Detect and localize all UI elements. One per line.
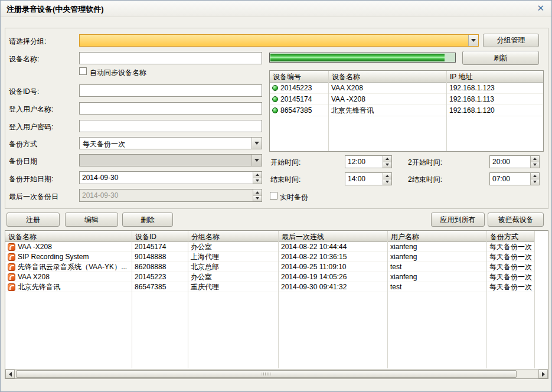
table-row[interactable]: 先锋音讯云录音系统（VAA-YK）... [5, 262, 132, 272]
login-password-label: 登入用户密码: [9, 122, 53, 132]
edit-button[interactable]: 编辑 [65, 213, 118, 227]
close-icon[interactable]: ✕ [537, 4, 544, 13]
dev-header-last-seen[interactable]: 最后一次连线 [279, 231, 387, 242]
table-row[interactable]: 每天备份一次 [487, 282, 534, 292]
device-id-input[interactable] [79, 84, 262, 97]
start-time2-field[interactable] [489, 155, 540, 168]
end-time-input[interactable] [345, 173, 382, 185]
auto-sync-checkbox[interactable] [79, 67, 87, 75]
table-row[interactable]: 192.168.1.123 [447, 83, 543, 94]
delete-button[interactable]: 删除 [122, 213, 173, 227]
spin-down-icon[interactable] [531, 162, 539, 168]
chevron-down-icon[interactable] [468, 35, 478, 46]
group-select[interactable] [79, 34, 479, 47]
table-row[interactable]: 上海代理 [188, 252, 278, 262]
table-row[interactable]: 北京先锋音讯 [5, 282, 132, 292]
table-row[interactable]: 2014-09-19 14:05:26 [279, 272, 387, 282]
end-time-field[interactable] [345, 172, 392, 185]
dev-header-name[interactable]: 设备名称 [5, 231, 132, 242]
device-name-input[interactable] [79, 52, 262, 64]
scroll-right-icon[interactable] [538, 370, 548, 378]
table-row[interactable]: 每天备份一次 [487, 262, 534, 272]
login-password-input[interactable] [79, 120, 262, 132]
dev-header-user[interactable]: 用户名称 [388, 231, 486, 242]
dev-name: SIP Recording System [18, 253, 89, 261]
table-row[interactable]: 86547385 [132, 282, 188, 292]
dev-last-seen: 2014-09-19 14:05:26 [281, 273, 347, 281]
table-row[interactable]: 20145223 [270, 83, 328, 94]
table-row[interactable]: VAA -X208 [5, 242, 132, 252]
table-row[interactable]: 192.168.1.120 [447, 105, 543, 116]
realtime-backup-checkbox[interactable] [270, 192, 277, 200]
table-row[interactable]: 2014-08-22 10:44:44 [279, 242, 387, 252]
table-row[interactable]: 20145174 [132, 242, 188, 252]
spin-down-icon[interactable] [383, 179, 391, 185]
table-row[interactable]: 86208888 [132, 262, 188, 272]
table-row[interactable]: 每天备份一次 [487, 272, 534, 282]
scrollbar-thumb[interactable] [16, 370, 517, 378]
table-row[interactable]: xianfeng [388, 242, 486, 252]
scan-header-ip[interactable]: IP 地址 [447, 71, 543, 83]
table-row[interactable]: 办公室 [188, 242, 278, 252]
table-row[interactable]: 北京总部 [188, 262, 278, 272]
table-row[interactable]: 90148888 [132, 252, 188, 262]
blocked-devices-button[interactable]: 被拦截设备 [488, 213, 544, 227]
scan-header-device-id[interactable]: 设备编号 [270, 71, 328, 83]
table-row[interactable]: 192.168.1.113 [447, 94, 543, 105]
table-row[interactable]: 86547385 [270, 105, 328, 116]
table-row[interactable]: 每天备份一次 [487, 252, 534, 262]
scan-header-device-name[interactable]: 设备名称 [329, 71, 446, 83]
table-row[interactable]: xianfeng [388, 272, 486, 282]
dev-last-seen: 2014-08-22 10:36:15 [281, 253, 347, 261]
table-row[interactable]: 每天备份一次 [487, 242, 534, 252]
spin-up-icon[interactable] [531, 156, 539, 162]
table-row[interactable]: VAA X208 [5, 272, 132, 282]
end-time2-field[interactable] [489, 172, 540, 185]
table-row[interactable]: VAA -X208 [329, 94, 446, 105]
backup-start-input[interactable] [80, 172, 252, 184]
table-row[interactable]: 20145174 [270, 94, 328, 105]
start-time2-input[interactable] [490, 156, 530, 168]
dev-id: 90148888 [135, 253, 166, 261]
spin-up-icon[interactable] [383, 173, 391, 179]
start-time-field[interactable] [345, 155, 392, 168]
spin-down-icon[interactable] [253, 178, 262, 184]
scroll-left-glyph [9, 372, 12, 377]
table-row[interactable]: VAA X208 [329, 83, 446, 94]
login-user-input[interactable] [79, 102, 262, 115]
dev-user: xianfeng [390, 243, 417, 251]
table-row[interactable]: SIP Recording System [5, 252, 132, 262]
scroll-left-icon[interactable] [5, 370, 15, 378]
table-row[interactable]: 2014-08-22 10:36:15 [279, 252, 387, 262]
dev-header-group[interactable]: 分组名称 [188, 231, 278, 242]
backup-mode-select[interactable]: 每天备份一次 [79, 137, 262, 149]
spin-down-icon[interactable] [531, 179, 539, 185]
spin-down-icon[interactable] [383, 162, 391, 168]
register-button[interactable]: 注册 [6, 213, 60, 227]
horizontal-scrollbar[interactable] [5, 369, 548, 378]
scan-device-ip: 192.168.1.123 [449, 84, 495, 92]
table-row[interactable]: 重庆代理 [188, 282, 278, 292]
spin-up-icon[interactable] [383, 156, 391, 162]
table-row[interactable]: 北京先锋音讯 [329, 105, 446, 116]
dev-header-mode[interactable]: 备份方式 [487, 231, 534, 242]
dev-header-id[interactable]: 设备ID [132, 231, 188, 242]
spin-up-icon[interactable] [253, 172, 262, 178]
table-row[interactable]: test [388, 282, 486, 292]
table-row[interactable]: 2014-09-30 09:41:32 [279, 282, 387, 292]
apply-all-button[interactable]: 应用到所有 [431, 213, 485, 227]
scan-device-id: 86547385 [280, 106, 312, 115]
end-time2-input[interactable] [490, 173, 530, 185]
chevron-down-icon[interactable] [251, 138, 262, 149]
backup-start-field[interactable] [79, 171, 262, 184]
group-manage-button[interactable]: 分组管理 [483, 34, 539, 47]
spin-up-icon[interactable] [531, 173, 539, 179]
start-time-input[interactable] [345, 156, 382, 168]
table-row[interactable]: 2014-09-25 11:09:10 [279, 262, 387, 272]
table-row[interactable]: test [388, 262, 486, 272]
scan-device-id: 20145174 [280, 95, 312, 103]
table-row[interactable]: xianfeng [388, 252, 486, 262]
refresh-button[interactable]: 刷新 [462, 51, 539, 65]
table-row[interactable]: 20145223 [132, 272, 188, 282]
table-row[interactable]: 办公室 [188, 272, 278, 282]
